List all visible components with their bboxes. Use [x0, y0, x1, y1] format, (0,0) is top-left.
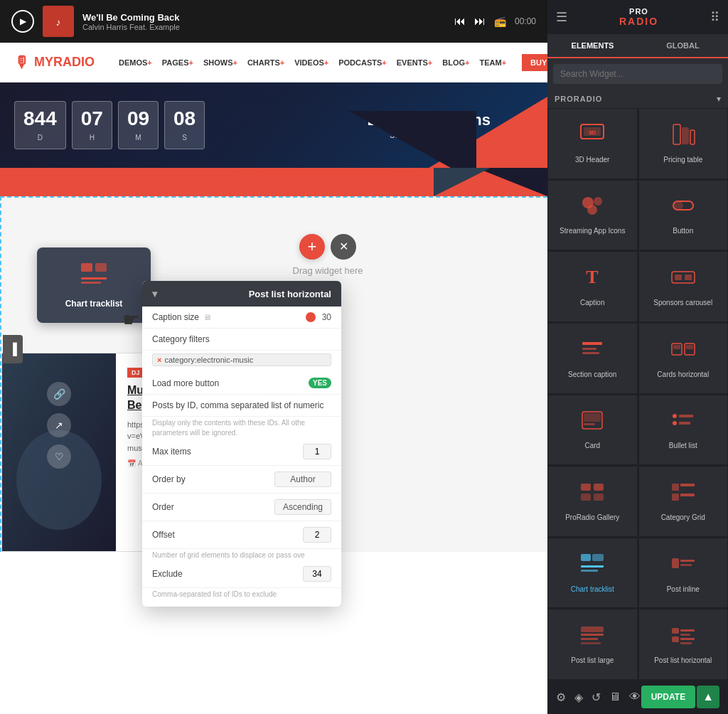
widget-post-list-horizontal[interactable]: Post list horizontal [638, 609, 729, 680]
prev-button[interactable]: ⏮ [454, 15, 466, 28]
svg-rect-34 [673, 345, 680, 349]
countdown-minutes: 09 M [118, 101, 159, 149]
history-icon[interactable]: ↺ [592, 691, 601, 704]
nav-demos[interactable]: DEMOS+ [114, 55, 156, 70]
widget-button-icon [670, 194, 696, 222]
order-by-row: Order by Author [142, 466, 341, 494]
order-by-select[interactable]: Author [274, 471, 331, 487]
widget-pricing-table-label: Pricing table [663, 155, 702, 164]
update-arrow-button[interactable]: ▲ [697, 686, 719, 708]
tag-remove-icon[interactable]: × [157, 356, 161, 364]
svg-rect-49 [672, 494, 679, 501]
svg-rect-52 [592, 554, 604, 561]
widget-button-label: Button [673, 226, 693, 235]
svg-rect-43 [581, 484, 591, 491]
layers-icon[interactable]: ◈ [574, 691, 583, 704]
panel-menu-icon[interactable]: ☰ [556, 9, 567, 25]
svg-rect-19 [690, 130, 695, 144]
blog-like-button[interactable]: ♡ [47, 444, 71, 469]
widget-sponsors-label: Sponsors carousel [653, 298, 712, 307]
svg-rect-53 [581, 565, 604, 568]
nav-logo: 🎙 MYRADIO [14, 53, 95, 72]
widget-chart-tracklist[interactable]: Chart tracklist [547, 538, 638, 609]
blog-link-button[interactable]: 🔗 [47, 382, 71, 406]
blog-overlay-icons: 🔗 ↗ ♡ [2, 361, 116, 469]
widget-section-caption[interactable]: Section caption [547, 323, 638, 394]
widget-post-inline-label: Post inline [667, 585, 700, 594]
widget-button[interactable]: Button [638, 180, 729, 251]
track-thumbnail: ♪ [43, 6, 74, 37]
audio-player: ▶ ♪ We'll Be Coming Back Calvin Harris F… [0, 0, 547, 43]
svg-rect-55 [672, 558, 679, 568]
svg-rect-48 [680, 484, 695, 486]
exclude-input[interactable]: 34 [303, 566, 331, 582]
widget-caption[interactable]: T Caption [547, 251, 638, 322]
nav-blog[interactable]: BLOG+ [438, 55, 473, 70]
svg-rect-50 [680, 494, 695, 496]
widget-streaming-app-icons[interactable]: Streaming App Icons [547, 180, 638, 251]
panel-grid-icon[interactable]: ⠿ [710, 9, 719, 25]
category-tag[interactable]: × category:electronic-music [152, 353, 331, 366]
navbar: 🎙 MYRADIO DEMOS+ PAGES+ SHOWS+ CHARTS+ V… [0, 43, 547, 82]
preview-icon[interactable]: 👁 [629, 691, 641, 704]
caption-size-slider[interactable]: 30 [306, 312, 331, 322]
offset-label: Offset [152, 530, 297, 540]
widget-cards-horizontal[interactable]: Cards horizontal [638, 323, 729, 394]
nav-team[interactable]: TEAM+ [475, 55, 510, 70]
nav-events[interactable]: EVENTS+ [392, 55, 437, 70]
svg-rect-47 [672, 484, 679, 491]
widget-card-label: Card [584, 441, 600, 450]
widget-card[interactable]: Card [547, 395, 638, 466]
order-select[interactable]: Ascending [274, 499, 331, 515]
tab-global[interactable]: GLOBAL [638, 34, 728, 57]
settings-icon[interactable]: ⚙ [556, 691, 566, 704]
play-button[interactable]: ▶ [11, 10, 34, 33]
svg-rect-65 [672, 636, 679, 642]
logo-text: MYRADIO [34, 55, 95, 70]
panel-collapse-icon[interactable]: ▾ [152, 288, 157, 299]
blog-share-button[interactable]: ↗ [47, 413, 71, 437]
panel-section-header[interactable]: PRORADIO ▾ [547, 90, 728, 108]
panel-tabs: ELEMENTS GLOBAL [547, 34, 728, 58]
nav-podcasts[interactable]: PODCASTS+ [334, 55, 391, 70]
device-icon[interactable]: 🖥 [609, 691, 621, 704]
max-items-input[interactable]: 1 [303, 444, 331, 459]
widget-3d-header[interactable]: 3D 3D Header [547, 108, 638, 179]
nav-pages[interactable]: PAGES+ [158, 55, 198, 70]
close-widget-button[interactable]: ✕ [331, 234, 356, 260]
svg-rect-29 [582, 342, 602, 345]
load-more-label: Load more button [152, 378, 303, 388]
widget-sponsors-carousel[interactable]: Sponsors carousel [638, 251, 729, 322]
nav-videos[interactable]: VIDEOS+ [290, 55, 333, 70]
widget-proradio-gallery[interactable]: ProRadio Gallery [547, 466, 638, 537]
svg-rect-31 [582, 352, 599, 354]
sidebar-toggle-button[interactable]: ▐ [3, 335, 23, 363]
search-input[interactable] [553, 64, 722, 84]
load-more-toggle[interactable]: YES [309, 378, 331, 388]
widget-post-list-large-icon [579, 624, 605, 651]
nav-buy-button[interactable]: BUY [522, 54, 547, 71]
offset-input[interactable]: 2 [303, 527, 331, 543]
widget-post-inline[interactable]: Post inline [638, 538, 729, 609]
slider-thumb[interactable] [306, 312, 316, 322]
add-widget-button[interactable]: + [299, 234, 325, 260]
max-items-label: Max items [152, 447, 297, 457]
update-button[interactable]: UPDATE [641, 686, 695, 708]
order-by-label: Order by [152, 474, 269, 484]
panel-search-area [547, 58, 728, 90]
svg-rect-51 [581, 554, 591, 561]
widget-category-grid[interactable]: Category Grid [638, 466, 729, 537]
countdown-hours: 07 H [72, 101, 112, 149]
svg-rect-62 [672, 628, 679, 634]
posts-by-id-row: Posts by ID, comma separated list of num… [142, 395, 341, 417]
nav-charts[interactable]: CHARTS+ [243, 55, 289, 70]
widget-post-list-large[interactable]: Post list large [547, 609, 638, 680]
widget-pricing-table-icon [670, 123, 696, 151]
radio-button[interactable]: 📻 [494, 16, 506, 27]
widget-pricing-table[interactable]: Pricing table [638, 108, 729, 179]
next-button[interactable]: ⏭ [474, 15, 486, 28]
nav-shows[interactable]: SHOWS+ [199, 55, 242, 70]
player-time: 00:00 [515, 16, 536, 26]
tab-elements[interactable]: ELEMENTS [547, 34, 638, 58]
widget-bullet-list[interactable]: Bullet list [638, 395, 729, 466]
